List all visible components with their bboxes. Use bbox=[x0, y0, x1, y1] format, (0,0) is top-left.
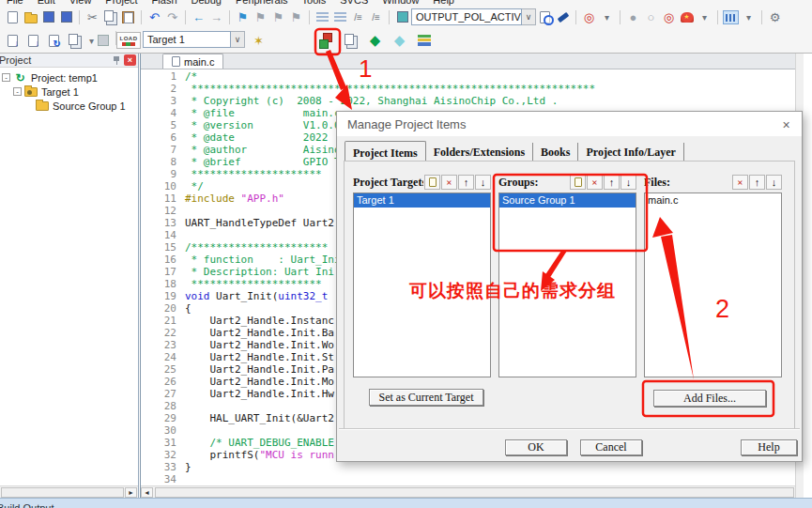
comment-selection-icon[interactable]: /≡ bbox=[349, 8, 367, 26]
cut-icon[interactable]: ✂ bbox=[84, 8, 101, 26]
save-all-icon[interactable] bbox=[57, 8, 75, 26]
tool-down-icon[interactable]: ↓ bbox=[475, 175, 491, 190]
tool-new-icon[interactable] bbox=[570, 175, 586, 190]
open-icon[interactable] bbox=[22, 8, 39, 26]
bookmark-next-icon[interactable]: ⚑ bbox=[252, 8, 269, 26]
translate-icon[interactable] bbox=[4, 31, 22, 50]
kill-all-breakpoints-icon[interactable]: ★ bbox=[678, 8, 696, 26]
uncomment-selection-icon[interactable]: /≡ bbox=[367, 8, 385, 26]
ok-button[interactable]: OK bbox=[505, 439, 567, 455]
close-icon[interactable]: × bbox=[777, 115, 795, 133]
dropdown-icon[interactable]: ▾ bbox=[696, 8, 713, 26]
scroll-right-icon[interactable]: ► bbox=[125, 487, 137, 498]
tree-item-source-group-1[interactable]: Source Group 1 bbox=[0, 99, 138, 113]
stop-build-icon[interactable] bbox=[94, 31, 112, 50]
configure-flash-icon[interactable] bbox=[393, 8, 411, 26]
build-output-strip[interactable]: Build Output bbox=[0, 498, 812, 508]
menu-item-window[interactable]: Window bbox=[382, 0, 419, 6]
tool-up-icon[interactable]: ↑ bbox=[604, 175, 620, 190]
menu-item-debug[interactable]: Debug bbox=[192, 0, 222, 6]
download-to-flash-icon[interactable]: LOAD bbox=[116, 31, 141, 50]
menu-item-project[interactable]: Project bbox=[105, 0, 137, 6]
bookmark-toggle-icon[interactable]: ⚑ bbox=[234, 8, 252, 26]
files-list[interactable]: main.c bbox=[644, 192, 782, 377]
menu-item-svcs[interactable]: SVCS bbox=[340, 0, 368, 6]
tree-item-target-1[interactable]: -Target 1 bbox=[0, 85, 138, 99]
help-button[interactable]: Help bbox=[741, 439, 797, 455]
disable-all-breakpoints-icon[interactable]: ◎ bbox=[660, 8, 678, 26]
editor-hscrollbar[interactable]: ◄ bbox=[141, 485, 795, 498]
tool-down-icon[interactable]: ↓ bbox=[766, 175, 782, 190]
run-time-environment-icon[interactable]: ◆ bbox=[366, 31, 384, 50]
save-icon[interactable] bbox=[39, 8, 57, 26]
pack-installer-icon[interactable]: ◆ bbox=[391, 31, 408, 50]
list-item-source-group-1[interactable]: Source Group 1 bbox=[499, 193, 636, 208]
build-icon[interactable] bbox=[24, 31, 42, 50]
navigate-back-icon[interactable]: ← bbox=[190, 8, 207, 26]
dropdown-icon[interactable]: ▾ bbox=[740, 8, 758, 26]
copy-icon[interactable] bbox=[101, 8, 119, 26]
tools-wrench-icon[interactable]: ⚙ bbox=[766, 8, 784, 26]
pin-icon[interactable] bbox=[113, 56, 121, 65]
close-icon[interactable]: × bbox=[124, 54, 136, 66]
dialog-titlebar[interactable]: Manage Project Items bbox=[337, 112, 802, 136]
menu-item-peripherals[interactable]: Peripherals bbox=[236, 0, 288, 6]
breakpoint-empty-icon[interactable]: ○ bbox=[642, 8, 660, 26]
symbol-combo-value[interactable]: OUTPUT_POL_ACTIVE_HI bbox=[411, 8, 522, 25]
new-file-icon[interactable] bbox=[4, 8, 22, 26]
tool-new-icon[interactable] bbox=[424, 175, 440, 190]
set-as-current-target-button[interactable]: Set as Current Target bbox=[369, 389, 483, 406]
scrollbar-track[interactable] bbox=[1, 487, 124, 498]
tree-expander-icon[interactable]: - bbox=[13, 87, 22, 96]
target-combo-value[interactable]: Target 1 bbox=[143, 31, 231, 48]
manage-project-items-icon[interactable] bbox=[317, 31, 336, 50]
bookmark-prev-icon[interactable]: ⚑ bbox=[269, 8, 287, 26]
menu-item-view[interactable]: View bbox=[69, 0, 92, 6]
list-item-main-c[interactable]: main.c bbox=[645, 193, 781, 208]
system-analyzer-icon[interactable] bbox=[722, 8, 740, 26]
menu-item-help[interactable]: Help bbox=[433, 0, 454, 6]
target-combo[interactable]: Target 1 bbox=[143, 31, 231, 48]
tab-main-c[interactable]: main.c bbox=[162, 54, 223, 69]
scroll-left-icon[interactable]: ◄ bbox=[141, 487, 153, 498]
dropdown-icon[interactable]: ▾ bbox=[598, 8, 616, 26]
cancel-button[interactable]: Cancel bbox=[580, 439, 642, 455]
tool-up-icon[interactable]: ↑ bbox=[458, 175, 474, 190]
tree-expander-icon[interactable]: - bbox=[2, 73, 10, 82]
breakpoint-gray-icon[interactable]: ● bbox=[624, 8, 642, 26]
tool-delete-icon[interactable]: × bbox=[587, 175, 603, 190]
chevron-down-icon[interactable]: ∨ bbox=[231, 31, 245, 48]
menu-item-flash[interactable]: Flash bbox=[152, 0, 177, 6]
manage-components-icon[interactable] bbox=[342, 31, 360, 50]
list-item-target-1[interactable]: Target 1 bbox=[354, 193, 490, 208]
batch-build-icon[interactable] bbox=[66, 31, 84, 50]
books-stack-icon[interactable] bbox=[415, 31, 433, 50]
symbol-combo[interactable]: OUTPUT_POL_ACTIVE_HI ∨ bbox=[411, 8, 536, 25]
chevron-down-icon[interactable]: ∨ bbox=[522, 8, 536, 25]
dialog-tab-project-info-layer[interactable]: Project Info/Layer bbox=[578, 143, 683, 162]
find-in-files-icon[interactable] bbox=[536, 8, 554, 26]
project-hscrollbar[interactable]: ► bbox=[0, 485, 138, 498]
groups-list[interactable]: Source Group 1 bbox=[498, 192, 636, 377]
menu-item-file[interactable]: File bbox=[7, 0, 23, 6]
redo-icon[interactable]: ↷ bbox=[163, 8, 181, 26]
navigate-forward-icon[interactable]: → bbox=[207, 8, 225, 26]
dialog-tab-books[interactable]: Books bbox=[533, 143, 578, 162]
tree-item-project-temp1[interactable]: -↻Project: temp1 bbox=[0, 70, 138, 85]
options-for-target-icon[interactable]: ✶ bbox=[250, 31, 268, 50]
menu-item-tools[interactable]: Tools bbox=[302, 0, 327, 6]
paste-icon[interactable] bbox=[119, 8, 137, 26]
indent-left-icon[interactable] bbox=[331, 8, 349, 26]
bookmark-clear-icon[interactable]: ⚑ bbox=[287, 8, 305, 26]
tool-delete-icon[interactable]: × bbox=[441, 175, 457, 190]
goto-reference-icon[interactable] bbox=[554, 8, 572, 26]
indent-right-icon[interactable] bbox=[314, 8, 331, 26]
dialog-tab-folders-extensions[interactable]: Folders/Extensions bbox=[426, 143, 533, 162]
dialog-tab-project-items[interactable]: Project Items bbox=[345, 141, 426, 162]
menu-item-edit[interactable]: Edit bbox=[38, 0, 55, 6]
tool-down-icon[interactable]: ↓ bbox=[620, 175, 636, 190]
rebuild-all-icon[interactable] bbox=[45, 31, 63, 50]
tool-delete-icon[interactable]: × bbox=[732, 175, 748, 190]
undo-icon[interactable]: ↶ bbox=[146, 8, 163, 26]
quick-search-icon[interactable]: ◎ bbox=[580, 8, 598, 26]
